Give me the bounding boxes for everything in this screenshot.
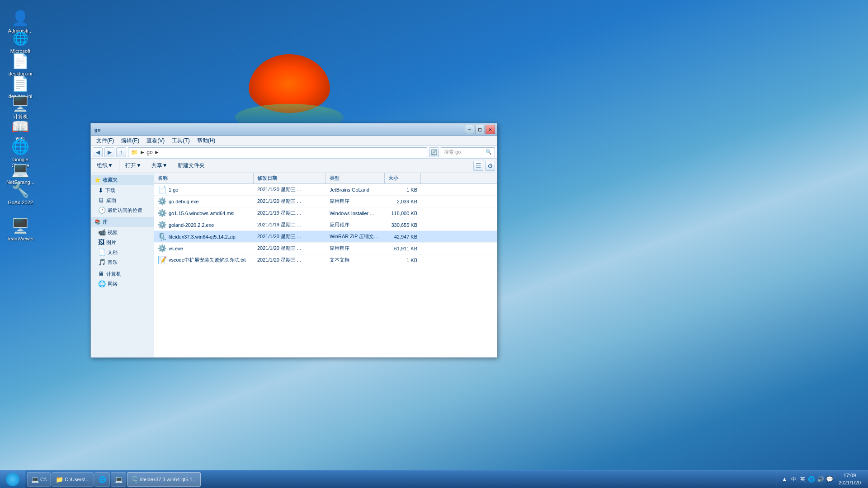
tray-language[interactable]: 中 <box>790 476 797 483</box>
tray-message[interactable]: 💬 <box>826 476 833 483</box>
file-list: 名称 修改日期 类型 大小 📄 1.go 2021/1/20 星 <box>154 173 497 357</box>
taskbar: 💻 C:\ 📁 C:\Users\... 🌐 💻 🗜️ liteidex37.3… <box>0 470 868 488</box>
desktop-icon-desktopini1[interactable]: 📄 desktop.ini <box>5 52 36 77</box>
menu-help[interactable]: 帮助(H) <box>193 136 219 145</box>
file-row[interactable]: 📝 vscode中扩展安装失败解决办法.txt 2021/1/20 星期三 ..… <box>154 254 497 266</box>
minimize-button[interactable]: － <box>465 125 474 134</box>
sidebar-item-documents[interactable]: 📄 文档 <box>91 247 154 257</box>
forward-button[interactable]: ▶ <box>104 147 114 157</box>
taskbar-item-liteidex[interactable]: 🗜️ liteidex37.3.win64-qt5.1... <box>127 472 201 487</box>
menu-edit[interactable]: 编辑(E) <box>118 136 143 145</box>
window-titlebar: go － □ ✕ <box>91 123 497 136</box>
file-explorer-window: go － □ ✕ 文件(F) 编辑(E) 查看(V) 工具(T) 帮助(H) ◀… <box>90 123 497 358</box>
taskbar-clock[interactable]: 17:09 2021/1/20 <box>835 472 864 486</box>
file-row[interactable]: 🗜️ liteidex37.3.win64-qt5.14.2.zip 2021/… <box>154 231 497 243</box>
sidebar-item-music[interactable]: 🎵 音乐 <box>91 257 154 267</box>
address-bar: ◀ ▶ ↑ 📁 ► go ► 🔄 搜索 go 🔍 <box>91 146 497 159</box>
col-name[interactable]: 名称 <box>154 173 254 183</box>
window-controls: － □ ✕ <box>465 125 495 134</box>
sidebar-favorites: ⭐ 收藏夹 ⬇ 下载 🖥 桌面 🕐 最近访问的位置 <box>91 175 154 215</box>
desktop: 👤 Administr... 🌐 MicrosoftEdge 📄 desktop… <box>0 0 868 488</box>
back-button[interactable]: ◀ <box>93 147 103 157</box>
sidebar-system: 🖥 计算机 🌐 网络 <box>91 269 154 289</box>
sidebar-item-recent[interactable]: 🕐 最近访问的位置 <box>91 205 154 215</box>
col-size[interactable]: 大小 <box>385 173 421 183</box>
col-date[interactable]: 修改日期 <box>254 173 326 183</box>
menu-file[interactable]: 文件(F) <box>93 136 118 145</box>
menu-bar: 文件(F) 编辑(E) 查看(V) 工具(T) 帮助(H) <box>91 136 497 146</box>
start-button[interactable] <box>0 470 25 488</box>
menu-view[interactable]: 查看(V) <box>143 136 168 145</box>
close-button[interactable]: ✕ <box>486 125 495 134</box>
taskbar-item-cmd[interactable]: 💻 C:\ <box>27 472 51 487</box>
tray-ime[interactable]: 英 <box>799 476 806 483</box>
tray-arrow[interactable]: ▲ <box>781 476 788 483</box>
sidebar-item-network[interactable]: 🌐 网络 <box>91 279 154 289</box>
sidebar: ⭐ 收藏夹 ⬇ 下载 🖥 桌面 🕐 最近访问的位置 <box>91 173 154 357</box>
window-content: ⭐ 收藏夹 ⬇ 下载 🖥 桌面 🕐 最近访问的位置 <box>91 173 497 357</box>
toolbar: 组织▼ 打开▼ 共享▼ 新建文件夹 ☰ ⚙ <box>91 159 497 173</box>
new-folder-button[interactable]: 新建文件夹 <box>174 160 209 172</box>
file-row[interactable]: ⚙️ go.debug.exe 2021/1/20 星期三 ... 应用程序 2… <box>154 196 497 207</box>
start-orb <box>6 473 19 486</box>
file-row[interactable]: 📄 1.go 2021/1/20 星期三 ... JetBrains GoLan… <box>154 184 497 196</box>
search-box[interactable]: 搜索 go 🔍 <box>441 147 495 157</box>
taskbar-tray: ▲ 中 英 🌐 🔊 💬 17:09 2021/1/20 <box>777 470 868 488</box>
col-type[interactable]: 类型 <box>326 173 385 183</box>
share-button[interactable]: 共享▼ <box>147 160 172 172</box>
sidebar-favorites-header: ⭐ 收藏夹 <box>91 175 154 185</box>
window-title: go <box>94 127 465 132</box>
tray-network[interactable]: 🌐 <box>808 476 815 483</box>
file-rows-container: 📄 1.go 2021/1/20 星期三 ... JetBrains GoLan… <box>154 184 497 266</box>
details-button[interactable]: ⚙ <box>485 161 495 171</box>
desktop-icon-goad[interactable]: 🔧 GoAd 2022 <box>5 181 36 206</box>
refresh-button[interactable]: 🔄 <box>429 147 439 157</box>
organize-button[interactable]: 组织▼ <box>93 160 117 172</box>
taskbar-item-netsarang[interactable]: 💻 <box>111 472 126 487</box>
file-row[interactable]: ⚙️ vs.exe 2021/1/20 星期三 ... 应用程序 61,911 … <box>154 243 497 254</box>
taskbar-item-explorer[interactable]: 📁 C:\Users\... <box>52 472 94 487</box>
file-row[interactable]: ⚙️ go1.15.6.windows-amd64.msi 2021/1/19 … <box>154 207 497 219</box>
file-list-header: 名称 修改日期 类型 大小 <box>154 173 497 184</box>
sidebar-item-desktop[interactable]: 🖥 桌面 <box>91 195 154 205</box>
maximize-button[interactable]: □ <box>475 125 485 134</box>
taskbar-items: 💻 C:\ 📁 C:\Users\... 🌐 💻 🗜️ liteidex37.3… <box>25 470 777 488</box>
sidebar-item-pictures[interactable]: 🖼 图片 <box>91 237 154 247</box>
desktop-icon-teamviewer[interactable]: 🖥️ TeamViewer <box>5 217 36 242</box>
sidebar-item-video[interactable]: 📹 视频 <box>91 227 154 237</box>
taskbar-item-chrome[interactable]: 🌐 <box>94 472 110 487</box>
tray-volume[interactable]: 🔊 <box>817 476 824 483</box>
sidebar-library: 📚 库 📹 视频 🖼 图片 📄 文档 <box>91 217 154 267</box>
open-button[interactable]: 打开▼ <box>121 160 146 172</box>
up-button[interactable]: ↑ <box>116 147 126 157</box>
address-input[interactable]: 📁 ► go ► <box>128 147 427 157</box>
view-button[interactable]: ☰ <box>473 161 483 171</box>
sidebar-library-header: 📚 库 <box>91 217 154 227</box>
sidebar-item-download[interactable]: ⬇ 下载 <box>91 185 154 195</box>
file-row[interactable]: ⚙️ goland-2020.2.2.exe 2021/1/19 星期二 ...… <box>154 219 497 231</box>
menu-tools[interactable]: 工具(T) <box>168 136 193 145</box>
desktop-icon-computer[interactable]: 🖥️ 计算机 <box>5 95 36 120</box>
sidebar-item-computer[interactable]: 🖥 计算机 <box>91 269 154 279</box>
